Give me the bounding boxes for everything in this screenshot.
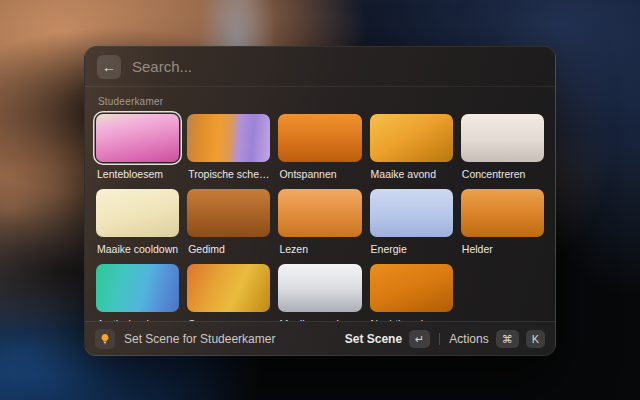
footer-actions: Set Scene ↵ Actions ⌘ K	[345, 330, 545, 348]
scene-card[interactable]: Energie	[370, 189, 453, 255]
scene-card[interactable]: Nachtlampje	[370, 264, 453, 321]
scene-picker-window: ← Studeerkamer LentebloesemTropische sch…	[84, 46, 556, 356]
scene-label: Tropische schemering	[187, 168, 270, 180]
section-title: Studeerkamer	[98, 96, 544, 107]
set-scene-button[interactable]: Set Scene	[345, 332, 402, 346]
scene-swatch[interactable]	[96, 114, 179, 162]
footer-divider	[439, 333, 440, 345]
footer-bar: Set Scene for Studeerkamer Set Scene ↵ A…	[85, 321, 555, 355]
footer-status-text: Set Scene for Studeerkamer	[124, 332, 336, 346]
scene-card[interactable]: Ontspannen	[278, 114, 361, 180]
scene-card[interactable]: Lentebloesem	[96, 114, 179, 180]
scene-swatch[interactable]	[370, 114, 453, 162]
scene-label: Helder	[461, 243, 544, 255]
scene-card[interactable]: Arctische dageraad	[96, 264, 179, 321]
k-key-badge: K	[526, 330, 545, 348]
back-button[interactable]: ←	[97, 55, 121, 79]
scene-swatch[interactable]	[278, 264, 361, 312]
scene-swatch[interactable]	[461, 114, 544, 162]
scene-swatch[interactable]	[187, 114, 270, 162]
scene-swatch[interactable]	[370, 189, 453, 237]
scene-card[interactable]: Maaike avond	[370, 114, 453, 180]
actions-button[interactable]: Actions	[449, 332, 488, 346]
scene-card[interactable]: Gedimd	[187, 189, 270, 255]
arrow-left-icon: ←	[102, 60, 116, 74]
scene-card[interactable]: Concentreren	[461, 114, 544, 180]
scene-swatch[interactable]	[96, 264, 179, 312]
scene-swatch[interactable]	[278, 114, 361, 162]
scene-grid: LentebloesemTropische schemeringOntspann…	[96, 114, 544, 321]
scene-swatch[interactable]	[187, 264, 270, 312]
return-key-badge: ↵	[409, 330, 430, 348]
scene-label: Gedimd	[187, 243, 270, 255]
scene-label: Maaike cooldown	[96, 243, 179, 255]
scene-card[interactable]: Tropische schemering	[187, 114, 270, 180]
scene-card[interactable]: Maaike aan het werk	[278, 264, 361, 321]
scene-card[interactable]: Maaike cooldown	[96, 189, 179, 255]
scene-label: Lezen	[278, 243, 361, 255]
lightbulb-icon	[95, 329, 115, 349]
scene-swatch[interactable]	[278, 189, 361, 237]
scene-card[interactable]: Savanne zonsonderg…	[187, 264, 270, 321]
cmd-key-badge: ⌘	[496, 330, 519, 348]
scene-card[interactable]: Lezen	[278, 189, 361, 255]
scene-label: Energie	[370, 243, 453, 255]
scene-label: Maaike avond	[370, 168, 453, 180]
scene-swatch[interactable]	[187, 189, 270, 237]
scene-label: Concentreren	[461, 168, 544, 180]
scene-swatch[interactable]	[96, 189, 179, 237]
scene-card[interactable]: Helder	[461, 189, 544, 255]
scene-swatch[interactable]	[461, 189, 544, 237]
scene-label: Lentebloesem	[96, 168, 179, 180]
search-bar: ←	[85, 47, 555, 87]
results-area: Studeerkamer LentebloesemTropische schem…	[85, 87, 555, 321]
scene-swatch[interactable]	[370, 264, 453, 312]
search-input[interactable]	[132, 58, 543, 75]
scene-label: Ontspannen	[278, 168, 361, 180]
